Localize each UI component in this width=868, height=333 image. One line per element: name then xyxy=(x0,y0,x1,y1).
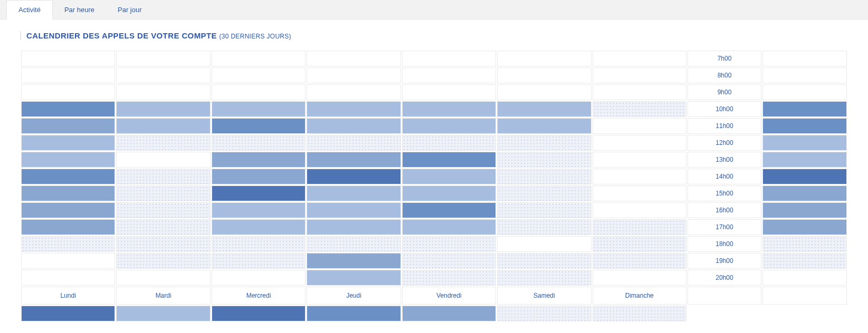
hour-summary-cell[interactable] xyxy=(762,118,847,134)
heatmap-cell[interactable] xyxy=(212,185,306,201)
heatmap-cell[interactable] xyxy=(307,51,400,66)
heatmap-cell[interactable] xyxy=(402,253,496,269)
heatmap-cell[interactable] xyxy=(21,270,115,286)
heatmap-cell[interactable] xyxy=(402,84,496,100)
heatmap-cell[interactable] xyxy=(307,152,400,168)
heatmap-cell[interactable] xyxy=(593,101,686,117)
day-summary-cell[interactable] xyxy=(497,306,591,321)
heatmap-cell[interactable] xyxy=(21,135,115,151)
heatmap-cell[interactable] xyxy=(402,118,496,134)
heatmap-cell[interactable] xyxy=(593,135,686,151)
heatmap-cell[interactable] xyxy=(593,236,686,252)
hour-summary-cell[interactable] xyxy=(762,101,847,117)
heatmap-cell[interactable] xyxy=(307,101,400,117)
heatmap-cell[interactable] xyxy=(497,270,591,286)
heatmap-cell[interactable] xyxy=(21,51,115,66)
heatmap-cell[interactable] xyxy=(116,152,210,168)
heatmap-cell[interactable] xyxy=(212,135,306,151)
hour-summary-cell[interactable] xyxy=(762,135,847,151)
heatmap-cell[interactable] xyxy=(497,236,591,252)
heatmap-cell[interactable] xyxy=(307,118,400,134)
heatmap-cell[interactable] xyxy=(497,202,591,218)
heatmap-cell[interactable] xyxy=(116,67,210,83)
hour-summary-cell[interactable] xyxy=(762,270,847,286)
hour-summary-cell[interactable] xyxy=(762,152,847,168)
heatmap-cell[interactable] xyxy=(402,185,496,201)
heatmap-cell[interactable] xyxy=(593,253,686,269)
tab-by-hour[interactable]: Par heure xyxy=(53,0,106,19)
heatmap-cell[interactable] xyxy=(497,219,591,235)
heatmap-cell[interactable] xyxy=(497,118,591,134)
hour-summary-cell[interactable] xyxy=(762,67,847,83)
heatmap-cell[interactable] xyxy=(593,185,686,201)
day-summary-cell[interactable] xyxy=(402,306,496,321)
heatmap-cell[interactable] xyxy=(593,219,686,235)
heatmap-cell[interactable] xyxy=(593,202,686,218)
heatmap-cell[interactable] xyxy=(307,67,400,83)
heatmap-cell[interactable] xyxy=(212,253,306,269)
hour-summary-cell[interactable] xyxy=(762,219,847,235)
heatmap-cell[interactable] xyxy=(593,84,686,100)
heatmap-cell[interactable] xyxy=(307,270,400,286)
heatmap-cell[interactable] xyxy=(212,152,306,168)
heatmap-cell[interactable] xyxy=(116,51,210,66)
heatmap-cell[interactable] xyxy=(497,152,591,168)
heatmap-cell[interactable] xyxy=(212,101,306,117)
heatmap-cell[interactable] xyxy=(212,236,306,252)
heatmap-cell[interactable] xyxy=(116,118,210,134)
heatmap-cell[interactable] xyxy=(307,169,400,184)
heatmap-cell[interactable] xyxy=(307,219,400,235)
heatmap-cell[interactable] xyxy=(593,169,686,184)
heatmap-cell[interactable] xyxy=(497,84,591,100)
heatmap-cell[interactable] xyxy=(402,219,496,235)
day-summary-cell[interactable] xyxy=(307,306,400,321)
heatmap-cell[interactable] xyxy=(21,185,115,201)
heatmap-cell[interactable] xyxy=(593,118,686,134)
heatmap-cell[interactable] xyxy=(307,84,400,100)
heatmap-cell[interactable] xyxy=(307,185,400,201)
heatmap-cell[interactable] xyxy=(497,185,591,201)
day-summary-cell[interactable] xyxy=(21,306,115,321)
hour-summary-cell[interactable] xyxy=(762,169,847,184)
heatmap-cell[interactable] xyxy=(21,169,115,184)
heatmap-cell[interactable] xyxy=(21,219,115,235)
heatmap-cell[interactable] xyxy=(116,135,210,151)
day-summary-cell[interactable] xyxy=(116,306,210,321)
heatmap-cell[interactable] xyxy=(593,51,686,66)
heatmap-cell[interactable] xyxy=(402,270,496,286)
heatmap-cell[interactable] xyxy=(21,118,115,134)
hour-summary-cell[interactable] xyxy=(762,202,847,218)
heatmap-cell[interactable] xyxy=(402,51,496,66)
heatmap-cell[interactable] xyxy=(116,202,210,218)
heatmap-cell[interactable] xyxy=(116,185,210,201)
heatmap-cell[interactable] xyxy=(402,67,496,83)
heatmap-cell[interactable] xyxy=(497,135,591,151)
hour-summary-cell[interactable] xyxy=(762,51,847,66)
heatmap-cell[interactable] xyxy=(21,101,115,117)
heatmap-cell[interactable] xyxy=(307,135,400,151)
heatmap-cell[interactable] xyxy=(497,51,591,66)
heatmap-cell[interactable] xyxy=(402,169,496,184)
heatmap-cell[interactable] xyxy=(212,202,306,218)
heatmap-cell[interactable] xyxy=(212,169,306,184)
heatmap-cell[interactable] xyxy=(212,67,306,83)
heatmap-cell[interactable] xyxy=(497,253,591,269)
heatmap-cell[interactable] xyxy=(212,270,306,286)
heatmap-cell[interactable] xyxy=(212,51,306,66)
heatmap-cell[interactable] xyxy=(497,169,591,184)
heatmap-cell[interactable] xyxy=(116,219,210,235)
heatmap-cell[interactable] xyxy=(116,253,210,269)
heatmap-cell[interactable] xyxy=(116,84,210,100)
heatmap-cell[interactable] xyxy=(116,236,210,252)
heatmap-cell[interactable] xyxy=(116,270,210,286)
tab-activity[interactable]: Activité xyxy=(6,0,53,19)
heatmap-cell[interactable] xyxy=(116,101,210,117)
day-summary-cell[interactable] xyxy=(212,306,306,321)
heatmap-cell[interactable] xyxy=(402,202,496,218)
heatmap-cell[interactable] xyxy=(402,152,496,168)
heatmap-cell[interactable] xyxy=(402,101,496,117)
heatmap-cell[interactable] xyxy=(212,118,306,134)
heatmap-cell[interactable] xyxy=(21,253,115,269)
hour-summary-cell[interactable] xyxy=(762,84,847,100)
heatmap-cell[interactable] xyxy=(497,67,591,83)
